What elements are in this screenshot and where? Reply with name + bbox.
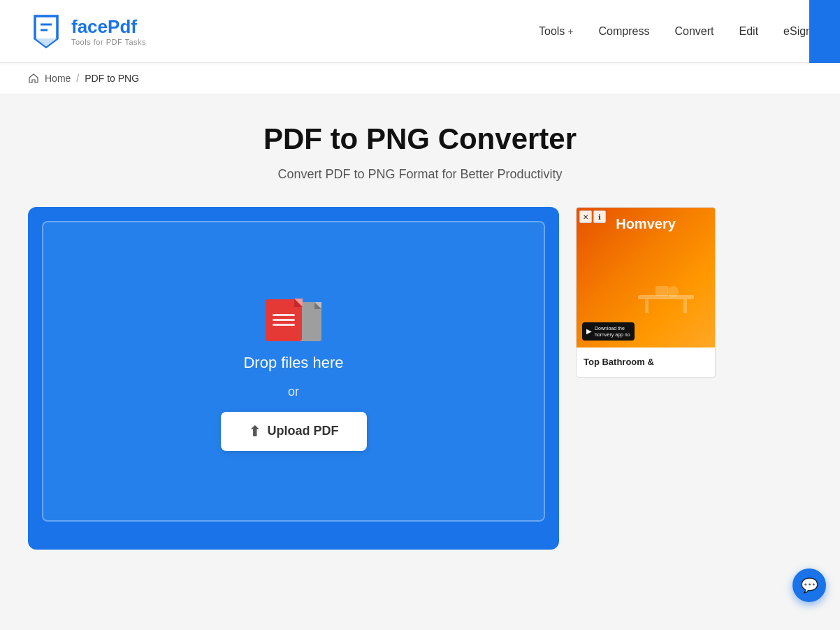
- logo-tagline: Tools for PDF Tasks: [71, 38, 146, 46]
- svg-rect-4: [645, 299, 649, 313]
- ad-store-badge[interactable]: ▶ Download the hornvery app no: [582, 322, 635, 341]
- ad-footer-text: Top Bathroom &: [577, 348, 715, 377]
- upload-arrow-icon: ⬆: [249, 423, 261, 440]
- breadcrumb-separator: /: [76, 73, 79, 84]
- ad-furniture-svg: [617, 257, 715, 327]
- ad-box: ✕ ℹ Homvery ▶: [576, 207, 716, 378]
- upload-button-label: Upload PDF: [268, 424, 339, 438]
- logo-name: facePdf: [71, 16, 146, 38]
- pdf-document-icon: [266, 299, 302, 341]
- ad-controls: ✕ ℹ: [579, 210, 606, 223]
- home-icon: [28, 73, 39, 84]
- file-drop-icon: [266, 292, 321, 341]
- nav-compress[interactable]: Compress: [599, 25, 650, 38]
- upload-pdf-button[interactable]: ⬆ Upload PDF: [221, 412, 367, 451]
- ad-info-button[interactable]: ℹ: [593, 210, 606, 223]
- main-content: PDF to PNG Converter Convert PDF to PNG …: [0, 94, 840, 578]
- fab-chat-icon: 💬: [801, 577, 818, 594]
- google-play-icon: ▶: [586, 327, 592, 335]
- store-line2: hornvery app no: [595, 331, 630, 338]
- upload-wrapper: Drop files here or ⬆ Upload PDF ✕ ℹ Homv…: [28, 207, 812, 550]
- breadcrumb-home-link[interactable]: Home: [45, 73, 71, 84]
- logo-link[interactable]: facePdf Tools for PDF Tasks: [28, 13, 146, 50]
- tools-plus-icon: +: [567, 26, 573, 37]
- page-subtitle: Convert PDF to PNG Format for Better Pro…: [277, 167, 562, 182]
- header-cta-bar[interactable]: [809, 0, 840, 63]
- ad-close-button[interactable]: ✕: [579, 210, 592, 223]
- breadcrumb: Home / PDF to PNG: [0, 63, 840, 94]
- nav-edit[interactable]: Edit: [739, 25, 759, 38]
- ad-image: Homvery ▶ Download the: [577, 208, 715, 348]
- nav-esign[interactable]: eSign: [783, 25, 812, 38]
- page-title: PDF to PNG Converter: [263, 122, 577, 156]
- breadcrumb-current: PDF to PNG: [85, 73, 139, 84]
- or-divider: or: [288, 385, 299, 399]
- fab-button[interactable]: 💬: [792, 568, 826, 602]
- store-line1: Download the: [595, 325, 630, 331]
- svg-rect-5: [683, 299, 687, 313]
- upload-drop-zone[interactable]: Drop files here or ⬆ Upload PDF: [42, 221, 545, 522]
- header: facePdf Tools for PDF Tasks Tools + Comp…: [0, 0, 840, 63]
- ad-panel: ✕ ℹ Homvery ▶: [576, 207, 716, 378]
- svg-rect-6: [656, 286, 668, 296]
- logo-text: facePdf Tools for PDF Tasks: [71, 16, 146, 46]
- nav-tools[interactable]: Tools +: [539, 25, 574, 38]
- ad-badge-text: Download the hornvery app no: [595, 325, 630, 338]
- logo-icon: [28, 13, 64, 50]
- svg-point-7: [667, 286, 679, 297]
- upload-area-outer: Drop files here or ⬆ Upload PDF: [28, 207, 559, 550]
- drop-text: Drop files here: [243, 354, 343, 372]
- main-nav: Tools + Compress Convert Edit eSign: [539, 25, 812, 38]
- nav-convert[interactable]: Convert: [674, 25, 714, 38]
